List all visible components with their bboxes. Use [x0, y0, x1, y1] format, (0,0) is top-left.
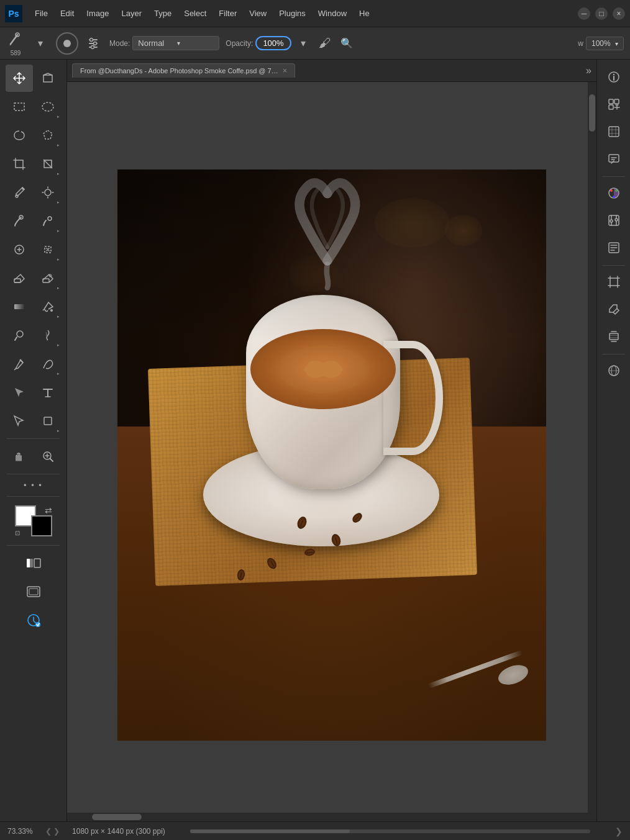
transform-btn[interactable] — [601, 297, 626, 322]
patch-tool[interactable]: ▸ — [34, 236, 62, 263]
quick-mask-tool[interactable] — [20, 549, 47, 577]
dodge-tool[interactable] — [6, 322, 33, 349]
polygonal-lasso-tool[interactable]: ▸ — [34, 122, 62, 149]
brush-preview[interactable] — [56, 32, 78, 55]
slice-tool[interactable]: ▸ — [34, 150, 62, 178]
shape-tool[interactable]: ▸ — [34, 407, 62, 435]
tool-separator-1 — [7, 438, 60, 439]
paint-bucket-tool[interactable]: ▸ — [34, 293, 62, 320]
frame-tool[interactable] — [20, 578, 47, 605]
horizontal-scroll-thumb[interactable] — [92, 814, 142, 820]
svg-point-35 — [613, 74, 614, 75]
status-right-arrow[interactable]: ❯ — [615, 826, 623, 836]
menu-file[interactable]: File — [30, 6, 53, 20]
marquee-ellipse-tool[interactable]: ▸ — [34, 93, 62, 120]
lasso-tool[interactable] — [6, 122, 33, 149]
svg-point-23 — [19, 359, 21, 361]
properties-btn[interactable] — [601, 119, 626, 144]
status-left-arrows[interactable]: ❮ ❯ — [45, 827, 60, 836]
brush-dropdown-icon[interactable]: ▾ — [31, 34, 50, 53]
menu-image[interactable]: Image — [81, 6, 114, 20]
svg-point-4 — [90, 38, 93, 41]
eyedropper-tool[interactable] — [6, 179, 33, 206]
mode-arrow-icon: ▾ — [177, 40, 214, 47]
canvas-zoom-value[interactable]: 100% ▾ — [586, 37, 624, 50]
crop-tool[interactable] — [6, 150, 33, 178]
search-icon[interactable]: 🔍 — [337, 34, 356, 53]
color-sampler-tool[interactable]: ▸ — [34, 179, 62, 206]
menu-layer[interactable]: Layer — [117, 6, 147, 20]
menu-select[interactable]: Select — [179, 6, 211, 20]
hand-tool[interactable] — [6, 443, 33, 470]
history-btn[interactable] — [601, 235, 626, 260]
document-tab[interactable]: From @DucthangDs - Adobe Photoshop Smoke… — [72, 63, 295, 78]
minimize-button[interactable]: ─ — [578, 7, 590, 20]
color-btn[interactable] — [601, 181, 626, 205]
background-color[interactable] — [31, 515, 52, 536]
brush-type-icon[interactable]: 🖌 — [319, 36, 331, 50]
opacity-dropdown-icon[interactable]: ▾ — [294, 34, 313, 53]
svg-point-42 — [610, 189, 613, 192]
mode-dropdown[interactable]: Normal ▾ — [132, 36, 219, 50]
reset-colors-icon[interactable]: ⊡ — [15, 530, 20, 536]
svg-point-46 — [610, 220, 613, 222]
direct-selection-tool[interactable] — [6, 407, 33, 435]
color-swatch-block: ⇄ ⊡ — [15, 505, 52, 536]
vertical-scrollbar[interactable] — [588, 82, 596, 821]
path-selection-tool[interactable] — [6, 379, 33, 406]
cloud-sync-tool[interactable] — [20, 607, 47, 634]
svg-rect-28 — [34, 559, 40, 567]
close-button[interactable]: × — [613, 7, 625, 20]
artboard-btn[interactable] — [601, 269, 626, 294]
menu-edit[interactable]: Edit — [55, 6, 79, 20]
brush-settings-icon[interactable] — [84, 34, 103, 53]
freeform-pen-tool[interactable]: ▸ — [34, 350, 62, 377]
zoom-tool[interactable] — [34, 443, 62, 470]
more-tools-btn[interactable]: • • • — [24, 481, 43, 490]
artboard-tool[interactable] — [34, 65, 62, 92]
libraries-btn[interactable] — [601, 92, 626, 117]
comments-btn[interactable] — [601, 147, 626, 171]
brush-tool-icon[interactable]: 589 — [6, 30, 25, 56]
healing-brush-tool[interactable] — [6, 236, 33, 263]
status-progress-fill — [190, 829, 350, 833]
swap-colors-icon[interactable]: ⇄ — [45, 505, 52, 515]
marquee-rect-tool[interactable] — [6, 93, 33, 120]
info-panel-btn[interactable] — [601, 65, 626, 89]
menu-plugins[interactable]: Plugins — [274, 6, 311, 20]
menu-help[interactable]: He — [354, 6, 375, 20]
menu-view[interactable]: View — [244, 6, 272, 20]
sphere-3d-btn[interactable] — [601, 358, 626, 383]
canvas-container[interactable] — [67, 82, 596, 821]
gradient-tool[interactable] — [6, 293, 33, 320]
menu-filter[interactable]: Filter — [214, 6, 242, 20]
tool-separator-4 — [7, 545, 60, 546]
type-tool[interactable] — [34, 379, 62, 406]
mode-select: Mode: Normal ▾ — [109, 36, 219, 50]
status-zoom: 73.33% — [7, 827, 33, 836]
adjustments-btn[interactable] — [601, 208, 626, 233]
tab-close-button[interactable]: × — [283, 66, 287, 75]
svg-rect-39 — [609, 127, 619, 137]
tab-overflow-button[interactable]: » — [586, 65, 591, 76]
svg-point-6 — [91, 45, 94, 48]
brush-tool[interactable] — [6, 207, 33, 235]
burn-tool[interactable]: ▸ — [34, 322, 62, 349]
horizontal-scrollbar[interactable] — [67, 813, 588, 821]
zoom-dropdown-icon: ▾ — [615, 40, 618, 47]
eraser-tool[interactable] — [6, 264, 33, 292]
opacity-value[interactable]: 100% — [255, 36, 291, 50]
right-panel — [596, 60, 630, 821]
stamp-tool[interactable]: ▸ — [34, 207, 62, 235]
menu-type[interactable]: Type — [149, 6, 176, 20]
svg-point-43 — [615, 189, 618, 192]
bg-eraser-tool[interactable]: ▸ — [34, 264, 62, 292]
move-tool[interactable] — [6, 65, 33, 92]
svg-rect-38 — [609, 105, 613, 109]
menu-window[interactable]: Window — [313, 6, 352, 20]
maximize-button[interactable]: □ — [595, 7, 608, 20]
layer-comps-btn[interactable] — [601, 324, 626, 349]
vertical-scroll-thumb[interactable] — [589, 94, 595, 132]
tab-bar: From @DucthangDs - Adobe Photoshop Smoke… — [67, 60, 596, 82]
pen-tool[interactable] — [6, 350, 33, 377]
